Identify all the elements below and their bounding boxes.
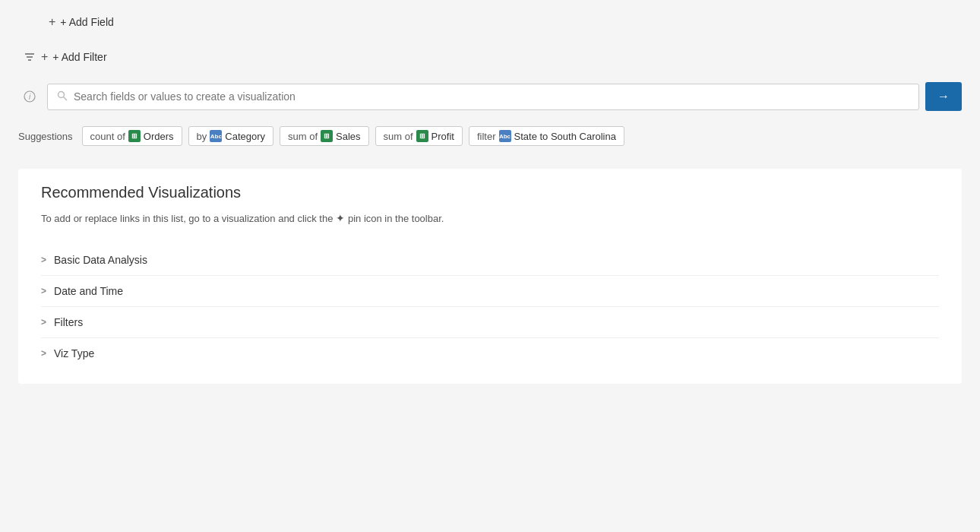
suggestions-row: Suggestions count of ⊞ Orders by Abc Cat… [18,126,962,146]
add-field-button[interactable]: + + Add Field [49,12,114,32]
chip-label-sales: Sales [336,131,361,142]
chip-prefix-state: filter [477,131,496,142]
add-field-label: + Add Field [60,16,113,28]
table-icon-profit: ⊞ [416,130,428,142]
info-icon: i [18,90,41,103]
abc-icon-category: Abc [210,130,222,142]
chip-label-orders: Orders [144,131,174,142]
recommended-title: Recommended Visualizations [41,184,939,201]
chip-prefix-sales: sum of [288,131,318,142]
chevron-right-icon-viztype: > [41,348,46,359]
add-filter-label: + Add Filter [52,51,106,63]
viz-item-filters[interactable]: > Filters [41,307,939,338]
table-icon-sales: ⊞ [321,130,333,142]
svg-point-5 [58,91,65,97]
plus-icon-filter: + [41,50,48,64]
pin-icon-inline: ✦ [336,212,348,224]
viz-item-datetime[interactable]: > Date and Time [41,276,939,307]
suggestions-label: Suggestions [18,131,73,142]
suggestion-chip-orders[interactable]: count of ⊞ Orders [82,126,182,146]
chip-prefix-orders: count of [90,131,125,142]
suggestion-chip-sales[interactable]: sum of ⊞ Sales [280,126,369,146]
suggestion-chip-state[interactable]: filter Abc State to South Carolina [469,126,624,146]
viz-item-basic-label: Basic Data Analysis [54,254,147,266]
chip-label-profit: Profit [432,131,454,142]
filter-icon [18,51,41,63]
viz-item-filters-label: Filters [54,316,83,328]
table-icon-orders: ⊞ [128,130,141,142]
plus-icon: + [49,15,55,29]
viz-list: > Basic Data Analysis > Date and Time > … [41,245,939,369]
add-filter-button[interactable]: + + Add Filter [41,47,107,67]
search-input[interactable] [74,90,909,103]
chevron-right-icon-basic: > [41,255,46,265]
suggestion-chip-category[interactable]: by Abc Category [188,126,273,146]
svg-line-6 [64,97,68,100]
search-container [47,84,919,110]
chevron-right-icon-filters: > [41,317,46,328]
recommended-section: Recommended Visualizations To add or rep… [18,169,962,384]
chevron-right-icon-datetime: > [41,286,46,296]
viz-item-datetime-label: Date and Time [54,285,123,297]
chip-prefix-category: by [197,131,207,142]
search-icon [57,90,68,103]
search-submit-button[interactable]: → [925,82,962,111]
chip-prefix-profit: sum of [384,131,413,142]
recommended-desc: To add or replace links in this list, go… [41,211,939,226]
viz-item-basic[interactable]: > Basic Data Analysis [41,245,939,276]
svg-text:i: i [29,93,31,101]
abc-icon-state: Abc [499,130,511,142]
suggestion-chip-profit[interactable]: sum of ⊞ Profit [375,126,463,146]
chip-label-category: Category [225,131,265,142]
viz-item-viztype-label: Viz Type [54,347,94,359]
chip-label-state: State to South Carolina [514,131,616,142]
viz-item-viztype[interactable]: > Viz Type [41,338,939,369]
arrow-right-icon: → [937,90,950,103]
